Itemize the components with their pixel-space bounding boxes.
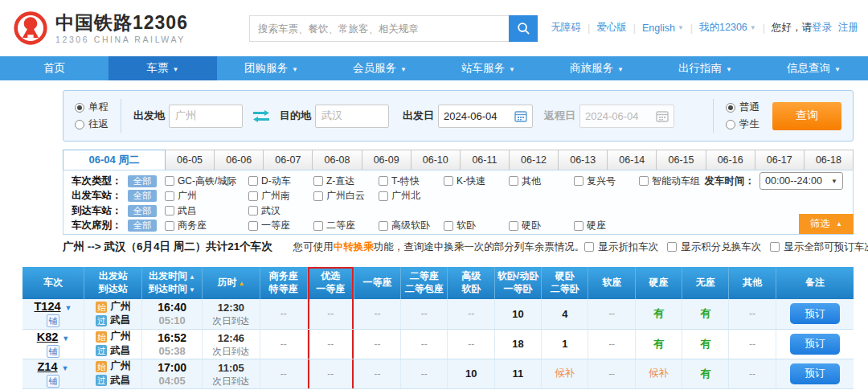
depart-time-select[interactable]: 00:00--24:00▼ [760, 172, 843, 190]
filter-collapse-button[interactable]: 筛选 ▲ [799, 214, 854, 234]
filter-option[interactable]: 广州 [165, 189, 248, 203]
column-header[interactable]: 硬卧二等卧 [542, 267, 588, 299]
filter-option[interactable]: 高级软卧 [379, 219, 444, 232]
filter-option[interactable]: Z-直达 [313, 174, 379, 188]
to-station-input[interactable] [315, 105, 389, 128]
filter-all-badge[interactable]: 全部 [128, 220, 157, 232]
filter-option[interactable]: GC-高铁/城际 [165, 174, 248, 188]
transfer-link[interactable]: 中转换乘 [334, 241, 374, 252]
column-header[interactable]: 商务座特等座 [260, 267, 307, 299]
column-header[interactable]: 出发站到达站 [84, 267, 141, 299]
filter-option[interactable]: 广州北 [379, 189, 444, 203]
filter-all-badge[interactable]: 全部 [128, 205, 157, 217]
date-tab-06-13[interactable]: 06-13 [559, 150, 608, 170]
column-header[interactable]: 二等座二等包座 [401, 267, 448, 299]
column-header[interactable]: 车次 [23, 267, 84, 299]
filter-option[interactable]: 其他 [509, 174, 574, 188]
date-tab-06-08[interactable]: 06-08 [313, 150, 362, 170]
filter-option[interactable]: 硬卧 [509, 219, 574, 232]
column-header[interactable]: 优选一等座 [307, 267, 354, 299]
sort-arrow-icon[interactable]: ▲ [239, 280, 245, 287]
filter-option[interactable]: D-动车 [248, 174, 313, 188]
nav-item-info-query[interactable]: 信息查询▼ [760, 56, 868, 80]
expand-caret-icon[interactable]: ▼ [62, 364, 69, 372]
filter-option[interactable]: 广州南 [248, 189, 313, 203]
filter-option[interactable]: 一等座 [248, 219, 313, 232]
my-12306-link[interactable]: 我的12306▼ [699, 21, 756, 35]
date-tab-06-14[interactable]: 06-14 [608, 150, 657, 170]
nav-item-travel-guide[interactable]: 出行指南▼ [651, 56, 760, 80]
search-button[interactable] [509, 15, 538, 42]
column-header[interactable]: 备注 [776, 267, 854, 299]
column-header[interactable]: 软卧/动卧一等卧 [494, 267, 541, 299]
nav-item-tickets[interactable]: 车票▼ [108, 56, 217, 80]
train-number-link[interactable]: Z14 [38, 360, 58, 373]
filter-option[interactable]: 二等座 [313, 219, 379, 232]
column-header[interactable]: 历时▲ [202, 267, 260, 299]
site-search-input[interactable] [249, 15, 509, 42]
from-station-input[interactable] [169, 105, 243, 128]
english-link[interactable]: English▼ [642, 23, 684, 34]
display-toggle[interactable]: 显示折扣车次 [584, 240, 658, 254]
sort-arrow-icon[interactable]: ▼ [189, 286, 195, 294]
nav-item-group-services[interactable]: 团购服务▼ [217, 56, 326, 80]
filter-option[interactable]: 武昌 [165, 204, 248, 218]
trip-type-roundtrip-radio[interactable]: 往返 [75, 117, 108, 131]
date-tab-06-09[interactable]: 06-09 [362, 150, 411, 170]
date-tab-06-05[interactable]: 06-05 [166, 150, 215, 170]
nav-item-business-services[interactable]: 商旅服务▼ [542, 56, 651, 80]
nav-item-member-services[interactable]: 会员服务▼ [326, 56, 434, 80]
seat-cell[interactable]: 候补 [635, 359, 682, 388]
date-tab-06-07[interactable]: 06-07 [264, 150, 313, 170]
column-header[interactable]: 硬座 [635, 267, 682, 299]
train-number-link[interactable]: T124 [34, 300, 60, 313]
filter-option[interactable]: T-特快 [379, 174, 444, 188]
care-version-link[interactable]: 爱心版 [596, 21, 627, 35]
filter-option[interactable]: 硬座 [574, 219, 639, 232]
date-tab-active[interactable]: 06-04 周二 [63, 150, 166, 170]
column-header[interactable]: 其他 [729, 267, 776, 299]
sort-arrow-icon[interactable]: ▲ [189, 273, 195, 281]
column-header[interactable]: 出发时间▲到达时间▼ [142, 267, 202, 299]
filter-option[interactable]: 商务座 [165, 219, 248, 232]
column-header[interactable]: 软座 [588, 267, 635, 299]
book-button[interactable]: 预订 [790, 303, 840, 324]
filter-option[interactable]: 广州白云 [313, 189, 379, 203]
book-button[interactable]: 预订 [790, 363, 840, 384]
filter-all-badge[interactable]: 全部 [128, 175, 157, 187]
filter-option[interactable]: K-快速 [444, 174, 509, 188]
filter-all-badge[interactable]: 全部 [128, 190, 157, 202]
login-link[interactable]: 登录 [812, 22, 832, 33]
column-header[interactable]: 无座 [682, 267, 729, 299]
depart-date-input[interactable]: 2024-06-04 [438, 105, 533, 128]
expand-caret-icon[interactable]: ▼ [65, 304, 72, 312]
filter-option[interactable]: 复兴号 [574, 174, 639, 188]
nav-item-home[interactable]: 首页 [0, 56, 108, 80]
display-toggle[interactable]: 显示积分兑换车次 [667, 240, 761, 254]
date-tab-06-16[interactable]: 06-16 [706, 150, 755, 170]
column-header[interactable]: 高级软卧 [448, 267, 494, 299]
train-number-link[interactable]: K82 [37, 330, 59, 343]
brand-logo[interactable]: 中国铁路12306 12306 CHINA RAILWAY [13, 10, 188, 46]
date-tab-06-18[interactable]: 06-18 [805, 150, 854, 170]
filter-option[interactable]: 智能动车组 [639, 174, 704, 188]
accessibility-link[interactable]: 无障碍 [551, 21, 581, 35]
register-link[interactable]: 注册 [838, 21, 858, 35]
filter-option[interactable]: 软卧 [444, 219, 509, 232]
column-header[interactable]: 一等座 [354, 267, 400, 299]
date-tab-06-11[interactable]: 06-11 [461, 150, 510, 170]
passenger-normal-radio[interactable]: 普通 [726, 101, 760, 114]
nav-item-station-services[interactable]: 站车服务▼ [434, 56, 542, 80]
date-tab-06-15[interactable]: 06-15 [657, 150, 706, 170]
query-submit-button[interactable]: 查询 [772, 102, 841, 130]
trip-type-oneway-radio[interactable]: 单程 [75, 101, 108, 114]
filter-option[interactable]: 武汉 [248, 204, 313, 218]
passenger-student-radio[interactable]: 学生 [726, 117, 760, 131]
book-button[interactable]: 预订 [790, 334, 840, 355]
expand-caret-icon[interactable]: ▼ [62, 335, 69, 343]
date-tab-06-17[interactable]: 06-17 [755, 150, 805, 170]
swap-stations-icon[interactable] [252, 109, 271, 123]
date-tab-06-12[interactable]: 06-12 [510, 150, 559, 170]
display-toggle[interactable]: 显示全部可预订车次 [770, 240, 868, 254]
date-tab-06-06[interactable]: 06-06 [215, 150, 264, 170]
